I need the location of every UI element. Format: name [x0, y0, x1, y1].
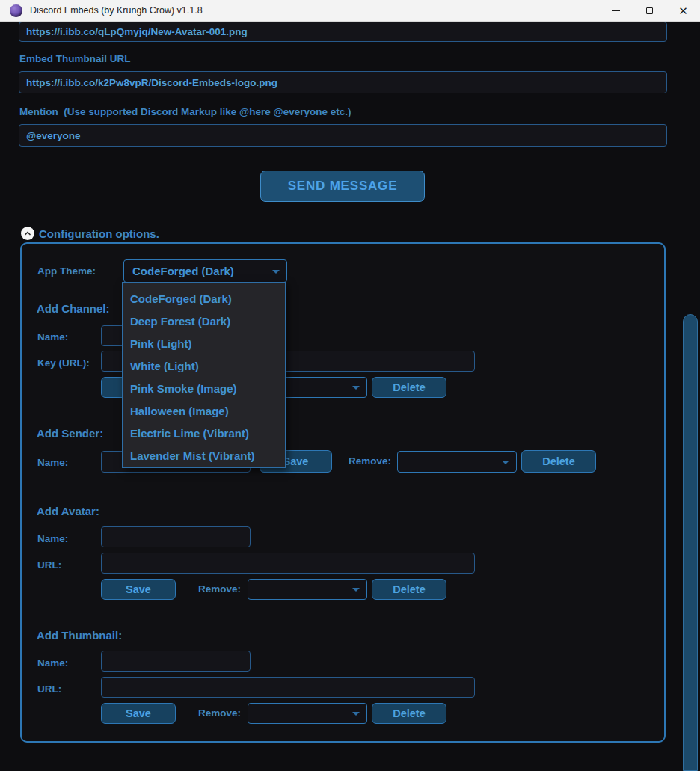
add-avatar-heading: Add Avatar:: [37, 505, 99, 517]
sender-delete-button[interactable]: Delete: [521, 450, 596, 473]
chevron-down-icon: [502, 461, 509, 464]
vertical-scrollbar-thumb[interactable]: [683, 314, 698, 771]
chevron-up-icon: [23, 229, 32, 238]
mention-input[interactable]: [19, 124, 667, 147]
app-icon: [10, 4, 22, 17]
chevron-down-icon: [272, 270, 280, 274]
sender-remove-label: Remove:: [349, 455, 391, 467]
minimize-icon: [612, 10, 620, 11]
send-message-button[interactable]: SEND MESSAGE: [260, 171, 425, 202]
channel-key-label: Key (URL):: [37, 357, 90, 369]
sender-name-label: Name:: [37, 457, 68, 468]
mention-label: Mention (Use supported Discord Markup li…: [19, 106, 351, 117]
embed-thumbnail-url-label: Embed Thumbnail URL: [19, 53, 131, 64]
app-theme-select[interactable]: CodeForged (Dark): [123, 259, 287, 283]
window-title: Discord Embeds (by Krungh Crow) v1.1.8: [30, 5, 203, 16]
channel-name-label: Name:: [37, 331, 68, 343]
avatar-remove-select[interactable]: [248, 579, 367, 600]
thumbnail-remove-select[interactable]: [248, 703, 367, 724]
add-channel-heading: Add Channel:: [37, 302, 110, 315]
chevron-down-icon: [352, 712, 360, 716]
minimize-button[interactable]: [599, 0, 633, 22]
config-options-heading: Configuration options.: [39, 227, 159, 240]
thumbnail-url-input[interactable]: [101, 677, 475, 698]
close-icon: ✕: [678, 5, 688, 16]
maximize-icon: [646, 7, 653, 14]
theme-option-halloween-image[interactable]: Halloween (Image): [123, 399, 285, 422]
avatar-name-label: Name:: [37, 533, 68, 544]
embed-avatar-url-input[interactable]: [19, 22, 667, 42]
add-thumbnail-heading: Add Thumbnail:: [37, 629, 122, 642]
avatar-save-button[interactable]: Save: [101, 579, 176, 600]
channel-delete-button[interactable]: Delete: [372, 377, 446, 398]
theme-option-pink-smoke-image[interactable]: Pink Smoke (Image): [123, 377, 285, 399]
app-theme-dropdown-list: CodeForged (Dark) Deep Forest (Dark) Pin…: [122, 282, 286, 468]
avatar-remove-label: Remove:: [198, 583, 241, 595]
add-sender-heading: Add Sender:: [37, 427, 103, 440]
thumbnail-save-button[interactable]: Save: [101, 703, 176, 724]
sender-remove-select[interactable]: [397, 451, 517, 473]
avatar-url-label: URL:: [37, 559, 61, 571]
collapse-config-button[interactable]: [21, 227, 34, 240]
theme-option-white-light[interactable]: White (Light): [123, 354, 285, 377]
maximize-button[interactable]: [633, 0, 666, 22]
thumbnail-url-label: URL:: [37, 684, 61, 695]
theme-option-lavender-mist-vibrant[interactable]: Lavender Mist (Vibrant): [123, 444, 285, 467]
theme-option-deep-forest-dark[interactable]: Deep Forest (Dark): [123, 310, 285, 332]
titlebar: Discord Embeds (by Krungh Crow) v1.1.8 ✕: [0, 0, 700, 22]
window-controls: ✕: [599, 0, 700, 22]
theme-option-codeforged-dark[interactable]: CodeForged (Dark): [123, 287, 285, 310]
close-button[interactable]: ✕: [666, 0, 700, 22]
thumbnail-name-input[interactable]: [101, 651, 251, 672]
avatar-url-input[interactable]: [101, 553, 475, 574]
thumbnail-delete-button[interactable]: Delete: [372, 703, 446, 724]
theme-option-electric-lime-vibrant[interactable]: Electric Lime (Vibrant): [123, 422, 285, 444]
avatar-delete-button[interactable]: Delete: [372, 579, 446, 600]
thumbnail-remove-label: Remove:: [198, 707, 241, 719]
thumbnail-name-label: Name:: [37, 657, 68, 669]
avatar-name-input[interactable]: [101, 526, 251, 547]
app-theme-label: App Theme:: [37, 265, 96, 277]
theme-option-pink-light[interactable]: Pink (Light): [123, 332, 285, 354]
app-theme-selected-value: CodeForged (Dark): [124, 265, 234, 277]
config-groupbox: App Theme: CodeForged (Dark) Add Channel…: [20, 242, 666, 743]
chevron-down-icon: [352, 588, 360, 592]
chevron-down-icon: [352, 386, 360, 390]
embed-thumbnail-url-input[interactable]: [19, 71, 667, 93]
